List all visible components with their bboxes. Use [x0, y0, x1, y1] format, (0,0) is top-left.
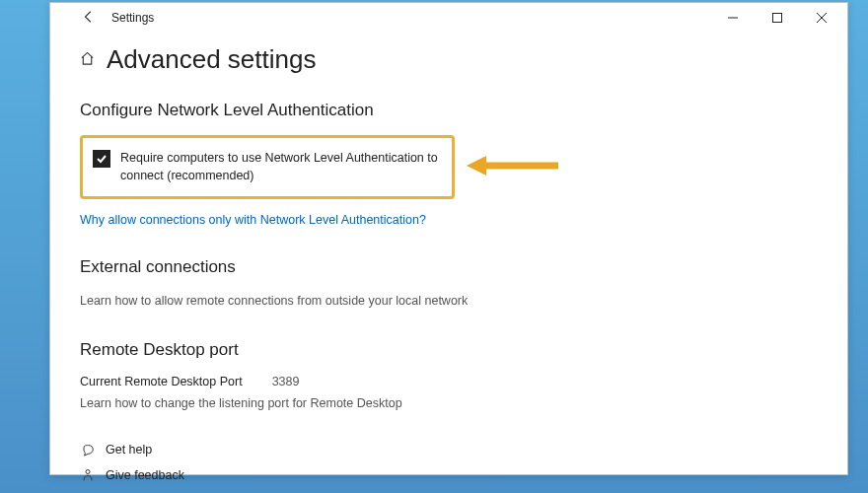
window-title: Settings	[111, 11, 154, 25]
nla-section: Configure Network Level Authentication R…	[80, 101, 818, 228]
external-section: External connections Learn how to allow …	[80, 257, 818, 311]
get-help-label: Get help	[106, 443, 152, 457]
close-button[interactable]	[799, 4, 843, 32]
port-label: Current Remote Desktop Port	[80, 375, 243, 388]
port-text: Learn how to change the listening port f…	[80, 394, 818, 413]
nla-highlight-box: Require computers to use Network Level A…	[80, 135, 455, 199]
port-heading: Remote Desktop port	[80, 340, 818, 360]
titlebar-left: Settings	[58, 6, 154, 31]
content-area: Advanced settings Configure Network Leve…	[50, 33, 847, 493]
port-section: Remote Desktop port Current Remote Deskt…	[80, 340, 818, 413]
nla-checkbox[interactable]	[93, 150, 110, 168]
nla-checkbox-label: Require computers to use Network Level A…	[120, 150, 442, 184]
port-row: Current Remote Desktop Port 3389	[80, 375, 818, 388]
page-title: Advanced settings	[107, 44, 316, 75]
port-value: 3389	[272, 375, 300, 388]
minimize-button[interactable]	[710, 4, 755, 32]
external-text: Learn how to allow remote connections fr…	[80, 292, 818, 311]
give-feedback-link[interactable]: Give feedback	[80, 462, 818, 488]
help-icon	[80, 443, 96, 457]
get-help-link[interactable]: Get help	[80, 437, 818, 462]
give-feedback-label: Give feedback	[106, 468, 184, 482]
titlebar-buttons	[710, 4, 843, 32]
svg-rect-1	[772, 14, 781, 23]
nla-highlight-wrap: Require computers to use Network Level A…	[80, 135, 818, 199]
titlebar: Settings	[50, 3, 847, 33]
back-button[interactable]	[76, 6, 102, 31]
footer-links: Get help Give feedback	[80, 437, 818, 488]
settings-window: Settings Advanced settings Configure Net…	[49, 2, 848, 475]
annotation-arrow-icon	[465, 151, 563, 184]
external-heading: External connections	[80, 257, 818, 277]
page-header: Advanced settings	[80, 44, 818, 75]
home-icon[interactable]	[80, 51, 95, 69]
nla-heading: Configure Network Level Authentication	[80, 101, 818, 120]
maximize-button[interactable]	[755, 4, 799, 32]
svg-point-4	[86, 469, 90, 473]
nla-help-link[interactable]: Why allow connections only with Network …	[80, 213, 426, 227]
feedback-icon	[80, 468, 96, 482]
